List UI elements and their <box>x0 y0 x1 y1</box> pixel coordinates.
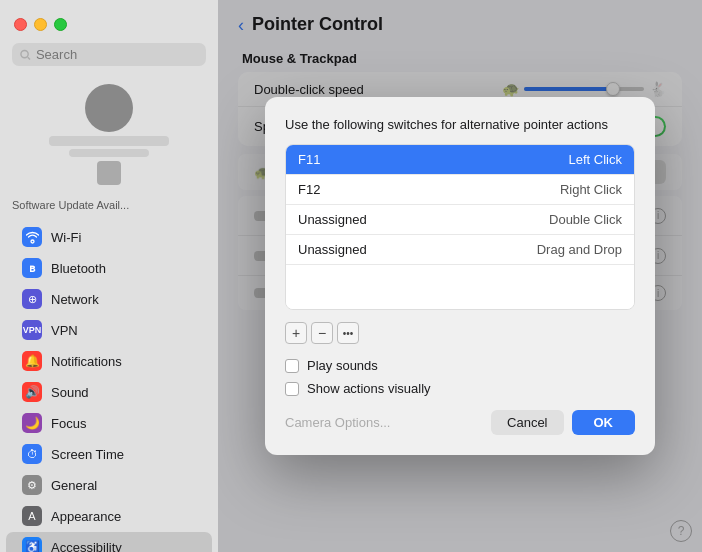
svg-point-0 <box>21 50 28 57</box>
screen-time-icon: ⏱ <box>22 444 42 464</box>
sidebar-item-accessibility[interactable]: ♿ Accessibility <box>6 532 212 552</box>
network-icon: ⊕ <box>22 289 42 309</box>
username-sub <box>69 149 149 157</box>
general-icon: ⚙ <box>22 475 42 495</box>
sidebar-item-label: Sound <box>51 385 89 400</box>
notifications-icon: 🔔 <box>22 351 42 371</box>
search-input[interactable] <box>36 47 198 62</box>
cancel-button[interactable]: Cancel <box>491 410 563 435</box>
play-sounds-label: Play sounds <box>307 358 378 373</box>
sidebar-item-network[interactable]: ⊕ Network <box>6 284 212 314</box>
table-row-action: Double Click <box>549 212 622 227</box>
wifi-icon <box>22 227 42 247</box>
svg-line-1 <box>28 57 30 59</box>
modal-footer: Camera Options... Cancel OK <box>285 410 635 435</box>
sidebar-item-label: Screen Time <box>51 447 124 462</box>
sidebar-item-label: Focus <box>51 416 86 431</box>
software-update-label: Software Update Avail... <box>0 193 218 217</box>
table-row[interactable]: Unassigned Drag and Drop <box>286 235 634 265</box>
bluetooth-icon: ʙ <box>22 258 42 278</box>
sidebar-item-sound[interactable]: 🔊 Sound <box>6 377 212 407</box>
sound-icon: 🔊 <box>22 382 42 402</box>
sidebar-item-focus[interactable]: 🌙 Focus <box>6 408 212 438</box>
username-bar <box>49 136 169 146</box>
appearance-icon: A <box>22 506 42 526</box>
user-profile <box>0 76 218 193</box>
table-row-key: Unassigned <box>298 242 367 257</box>
modal-table-empty-space <box>286 265 634 309</box>
sidebar-item-general[interactable]: ⚙ General <box>6 470 212 500</box>
play-sounds-row: Play sounds <box>285 358 635 373</box>
minimize-button[interactable] <box>34 18 47 31</box>
traffic-lights <box>0 10 218 43</box>
sidebar-item-label: Bluetooth <box>51 261 106 276</box>
modal-table: F11 Left Click F12 Right Click Unassigne… <box>285 144 635 310</box>
sidebar: Software Update Avail... Wi-Fi ʙ Bluetoo… <box>0 0 218 552</box>
table-row[interactable]: F11 Left Click <box>286 145 634 175</box>
table-row-key: Unassigned <box>298 212 367 227</box>
sidebar-item-label: Notifications <box>51 354 122 369</box>
vpn-icon: VPN <box>22 320 42 340</box>
table-row-action: Right Click <box>560 182 622 197</box>
sidebar-item-notifications[interactable]: 🔔 Notifications <box>6 346 212 376</box>
remove-row-button[interactable]: − <box>311 322 333 344</box>
sidebar-item-wifi[interactable]: Wi-Fi <box>6 222 212 252</box>
sidebar-item-label: General <box>51 478 97 493</box>
sidebar-item-label: Network <box>51 292 99 307</box>
modal-buttons: Cancel OK <box>491 410 635 435</box>
camera-options-button[interactable]: Camera Options... <box>285 415 391 430</box>
avatar <box>85 84 133 132</box>
add-row-button[interactable]: + <box>285 322 307 344</box>
sidebar-nav: Wi-Fi ʙ Bluetooth ⊕ Network VPN VPN 🔔 No… <box>0 217 218 552</box>
modal-title: Use the following switches for alternati… <box>285 117 635 132</box>
user-icon-small <box>97 161 121 185</box>
table-row-key: F11 <box>298 152 320 167</box>
sidebar-item-screen-time[interactable]: ⏱ Screen Time <box>6 439 212 469</box>
sidebar-item-vpn[interactable]: VPN VPN <box>6 315 212 345</box>
close-button[interactable] <box>14 18 27 31</box>
sidebar-item-appearance[interactable]: A Appearance <box>6 501 212 531</box>
zoom-button[interactable] <box>54 18 67 31</box>
table-row-action: Drag and Drop <box>537 242 622 257</box>
table-row-action: Left Click <box>569 152 622 167</box>
modal-dialog: Use the following switches for alternati… <box>265 97 655 455</box>
focus-icon: 🌙 <box>22 413 42 433</box>
table-row[interactable]: Unassigned Double Click <box>286 205 634 235</box>
show-visually-checkbox[interactable] <box>285 382 299 396</box>
table-row[interactable]: F12 Right Click <box>286 175 634 205</box>
search-bar[interactable] <box>12 43 206 66</box>
sidebar-item-label: Appearance <box>51 509 121 524</box>
main-content: ‹ Pointer Control Mouse & Trackpad Doubl… <box>218 0 702 552</box>
show-visually-row: Show actions visually <box>285 381 635 396</box>
more-options-button[interactable]: ••• <box>337 322 359 344</box>
modal-overlay: Use the following switches for alternati… <box>218 0 702 552</box>
ok-button[interactable]: OK <box>572 410 636 435</box>
accessibility-icon: ♿ <box>22 537 42 552</box>
search-icon <box>20 49 31 61</box>
show-visually-label: Show actions visually <box>307 381 431 396</box>
modal-toolbar: + − ••• <box>285 322 635 344</box>
sidebar-item-label: Accessibility <box>51 540 122 553</box>
sidebar-item-label: VPN <box>51 323 78 338</box>
table-row-key: F12 <box>298 182 320 197</box>
user-extra <box>97 161 121 185</box>
play-sounds-checkbox[interactable] <box>285 359 299 373</box>
sidebar-item-bluetooth[interactable]: ʙ Bluetooth <box>6 253 212 283</box>
sidebar-item-label: Wi-Fi <box>51 230 81 245</box>
